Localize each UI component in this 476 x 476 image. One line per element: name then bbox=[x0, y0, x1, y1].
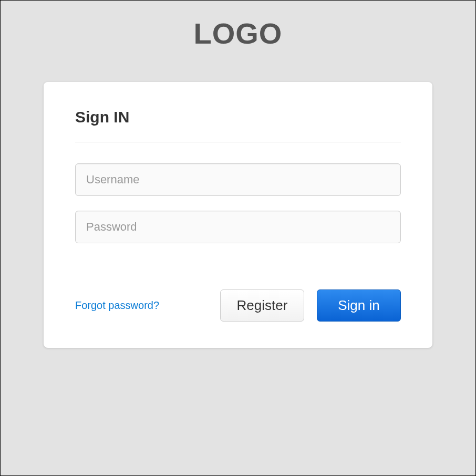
forgot-password-link[interactable]: Forgot password? bbox=[75, 299, 208, 312]
title-divider bbox=[75, 142, 401, 142]
register-button[interactable]: Register bbox=[220, 289, 304, 322]
logo-text: LOGO bbox=[1, 16, 475, 50]
card-title: Sign IN bbox=[75, 108, 401, 126]
signin-card: Sign IN Forgot password? Register Sign i… bbox=[44, 82, 432, 348]
signin-button[interactable]: Sign in bbox=[317, 289, 401, 322]
actions-row: Forgot password? Register Sign in bbox=[75, 289, 401, 322]
password-input[interactable] bbox=[75, 211, 401, 243]
username-input[interactable] bbox=[75, 163, 401, 196]
